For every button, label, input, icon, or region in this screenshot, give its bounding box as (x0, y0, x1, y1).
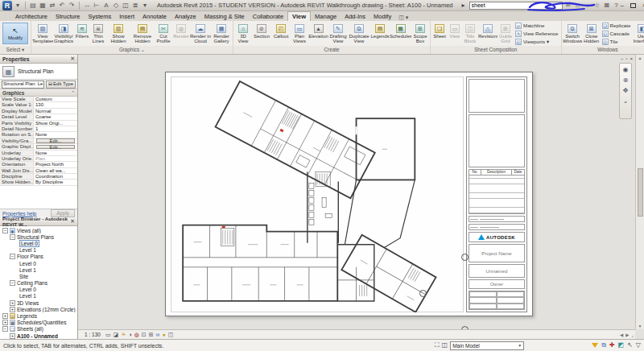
expand-icon[interactable]: + (10, 307, 15, 312)
expand-icon[interactable]: + (10, 333, 15, 339)
zoom-icon[interactable]: ⊕ (623, 76, 629, 84)
property-value[interactable]: By Discipline (34, 180, 77, 184)
section-icon[interactable]: ◫ (122, 2, 130, 10)
visual-style-icon[interactable]: ◪ (114, 331, 119, 338)
property-value[interactable]: Coarse (34, 114, 77, 119)
tree-item-views[interactable]: −◉Views (all) (0, 227, 77, 233)
tab-manage[interactable]: Manage (311, 12, 341, 21)
open-icon[interactable]: ▤ (29, 2, 37, 10)
tree-item-level1-structural[interactable]: Level 1 (0, 247, 77, 254)
revisions-button[interactable]: △Revisions (478, 23, 497, 44)
select-pinned-toggle-icon[interactable]: ✚ (609, 341, 615, 349)
search-history-arrow-icon[interactable]: ▸ (460, 2, 468, 10)
tree-item-level1-ceiling[interactable]: Level 1 (0, 293, 77, 299)
detail-level-icon[interactable]: ▭ (105, 331, 111, 338)
viewports-dropdown-icon[interactable]: ▾ (547, 39, 549, 44)
design-options-icon[interactable]: ◫ (442, 341, 448, 349)
text-icon[interactable]: A (102, 2, 110, 10)
properties-header[interactable]: Properties ✕ (0, 55, 77, 64)
plan-viewport[interactable] (171, 76, 464, 312)
legends-button[interactable]: ▤Legends (370, 23, 390, 44)
collapse-icon[interactable]: − (2, 228, 8, 233)
graphics-section-header[interactable]: Graphics ⌃ (0, 89, 77, 97)
restore-button[interactable] (630, 3, 636, 8)
panel-label-graphics[interactable]: Graphics ⌄ (31, 46, 233, 54)
schedules-button[interactable]: ▦Schedules (390, 23, 411, 44)
resize-grip-icon[interactable]: ⌟ (631, 332, 634, 337)
tab-collaborate[interactable]: Collaborate (249, 12, 287, 21)
tab-annotate[interactable]: Annotate (138, 12, 171, 21)
project-browser-header[interactable]: Project Browser - Autodesk REVIT W... ✕ (0, 217, 77, 226)
graphic-display-edit-button[interactable]: Edit... (36, 145, 75, 149)
expand-icon[interactable]: + (10, 300, 15, 306)
select-links-toggle-icon[interactable]: ⧉ (601, 341, 606, 349)
tab-analyze[interactable]: Analyze (171, 12, 200, 21)
sheet-button[interactable]: ❏Sheet (431, 23, 448, 44)
sheet-page-a100[interactable]: No. Description Date AUTODESK Project Na… (165, 72, 533, 316)
tab-add-ins[interactable]: Add-Ins (341, 12, 369, 21)
favorites-star-icon[interactable]: ☆ (593, 2, 601, 10)
cut-profile-button[interactable]: ✂Cut Profile (155, 23, 172, 44)
expand-icon[interactable]: + (2, 313, 8, 319)
section-button[interactable]: ⊘Section (252, 23, 271, 44)
horizontal-scrollbar[interactable]: ◀ ▶ ⌟ (620, 332, 635, 337)
measure-icon[interactable]: ↔ (83, 2, 91, 10)
property-value[interactable]: None (34, 132, 77, 137)
matchline-button[interactable]: ▱Matchline (515, 22, 559, 29)
view-reference-button[interactable]: ↰View Reference (515, 30, 559, 37)
navbar-options-icon[interactable]: ⌄ (623, 97, 629, 105)
search-input[interactable] (469, 2, 563, 10)
tree-item-elevations[interactable]: +Elevations (12mm Circle) (0, 306, 77, 312)
drafting-view-button[interactable]: ✎Drafting View (328, 23, 348, 44)
tree-item-floor-plans[interactable]: −Floor Plans (0, 254, 77, 260)
tree-item-legends[interactable]: +▤Legends (0, 312, 77, 319)
default-3d-view-icon[interactable]: ◇ (112, 2, 120, 10)
vertical-scrollbar[interactable]: ▲ ▼ (635, 55, 644, 329)
property-value[interactable]: Custom (34, 97, 77, 101)
duplicate-view-button[interactable]: ⧉Duplicate View (348, 23, 370, 44)
drawing-canvas[interactable]: No. Description Date AUTODESK Project Na… (78, 55, 644, 339)
sun-path-icon[interactable]: ☀ (121, 331, 126, 338)
tab-structure[interactable]: Structure (52, 12, 84, 21)
worksets-icon[interactable]: ⛶ (435, 341, 440, 349)
steering-wheel-icon[interactable]: ◉ (623, 66, 629, 73)
plan-views-button[interactable]: ▭Plan Views (291, 23, 308, 44)
redo-icon[interactable]: ↷ (68, 2, 76, 10)
communication-center-icon[interactable]: ◌ (584, 2, 592, 10)
3d-view-button[interactable]: ⌂3D View (234, 23, 252, 44)
revit-logo-icon[interactable]: R (2, 1, 12, 10)
panel-label-windows[interactable]: Windows (562, 46, 644, 54)
view-minimize-icon[interactable]: – (621, 56, 623, 61)
scroll-thumb[interactable] (638, 168, 643, 217)
temporary-hide-isolate-icon[interactable]: ∞ (156, 331, 160, 338)
modify-button[interactable]: ↖ Modify (2, 23, 28, 44)
view-close-icon[interactable]: × (630, 56, 633, 61)
collapse-icon[interactable]: − (10, 280, 15, 286)
shadows-icon[interactable]: ◑ (128, 331, 131, 338)
undo-icon[interactable]: ↶ (58, 2, 66, 10)
property-value[interactable]: Show Origi... (34, 121, 77, 126)
close-hidden-button[interactable]: ⊠Close Hidden (583, 23, 601, 44)
scope-box-button[interactable]: ⊞Scope Box (411, 23, 429, 44)
sync-icon[interactable]: ⇄ (48, 2, 56, 10)
tab-architecture[interactable]: Architecture (11, 12, 52, 21)
project-name-field[interactable]: Project Name (469, 244, 525, 262)
expand-icon[interactable]: + (2, 320, 8, 325)
remove-hidden-lines-button[interactable]: ▤Remove Hidden Lines (130, 23, 155, 44)
viewports-button[interactable]: ◱Viewports▾ (515, 38, 559, 45)
scroll-right-icon[interactable]: ▶ (625, 332, 629, 337)
property-value[interactable]: None (34, 151, 77, 155)
tree-item-sheets[interactable]: −❏Sheets (all) (0, 326, 77, 332)
property-value[interactable]: Normal (34, 109, 77, 114)
crop-view-icon[interactable]: ⊡ (142, 331, 147, 338)
select-underlay-toggle-icon[interactable]: ◩ (618, 341, 625, 349)
replicate-button[interactable]: ❏Replicate (602, 22, 631, 29)
search-binoculars-icon[interactable]: ∞ (564, 2, 572, 10)
app-menu-arrow-icon[interactable]: ▾ (14, 2, 22, 10)
analytical-model-icon[interactable]: ◫ (168, 331, 174, 338)
tree-item-site[interactable]: Site (0, 273, 77, 279)
tree-item-level0-structural[interactable]: Level 0 (0, 240, 77, 246)
view-scale-control[interactable]: 1 : 130 (82, 331, 103, 338)
select-by-face-toggle-icon[interactable]: ▽ (636, 341, 641, 349)
panel-label-select[interactable]: Select ▾ (0, 46, 31, 54)
